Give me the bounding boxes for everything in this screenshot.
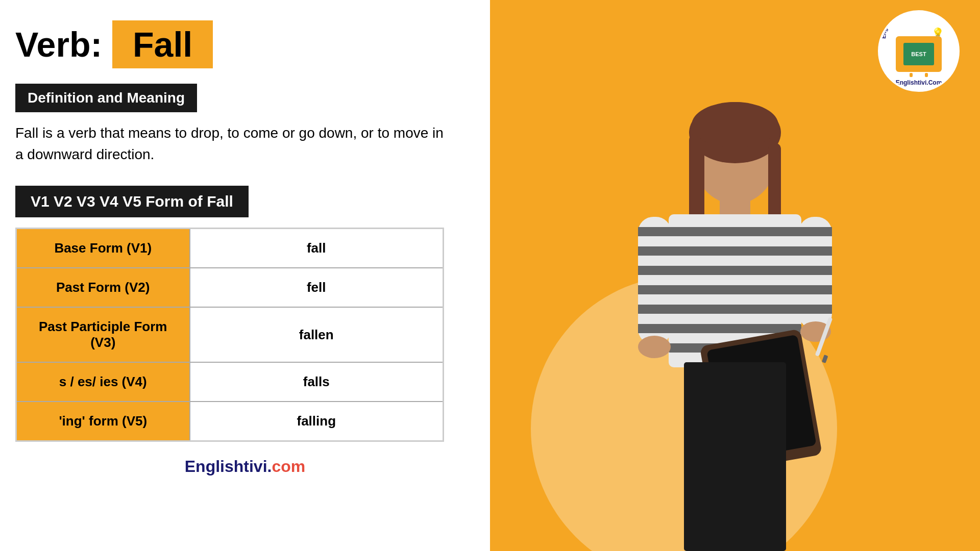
table-value-cell: falling [190,402,444,441]
table-row: Base Form (V1) fall [16,229,444,268]
right-area: Englishtivi.Com 💡 BEST [490,0,980,551]
svg-rect-31 [822,355,828,363]
svg-rect-25 [799,266,832,275]
svg-rect-19 [638,285,671,294]
svg-rect-8 [669,227,801,236]
svg-rect-24 [799,246,832,256]
forms-heading-box: V1 V2 V3 V4 V5 Form of Fall [15,186,249,217]
svg-rect-26 [799,285,832,294]
table-row: 'ing' form (V5) falling [16,402,444,441]
table-value-cell: fallen [190,307,444,362]
logo-tv-text: BEST [911,51,926,57]
svg-rect-23 [799,227,832,236]
verb-title: Verb: Fall [15,20,475,68]
svg-rect-34 [684,362,786,551]
table-value-cell: fall [190,229,444,268]
svg-rect-12 [669,305,801,314]
footer: Englishtivi.com [15,457,475,476]
forms-heading-text: V1 V2 V3 V4 V5 Form of Fall [31,193,233,210]
svg-rect-9 [669,246,801,256]
table-label-cell: Past Participle Form (V3) [16,307,190,362]
table-label-cell: Past Form (V2) [16,268,190,307]
logo-tv-screen: BEST [903,43,934,65]
definition-heading-box: Definition and Meaning [15,84,197,112]
footer-com: com [272,457,305,475]
verb-label: Verb: [15,24,102,64]
definition-text: Fall is a verb that means to drop, to co… [15,122,449,165]
footer-englishtivi: Englishtivi [185,457,267,475]
content-area: Verb: Fall Definition and Meaning Fall i… [0,0,490,551]
verb-word: Fall [112,20,213,68]
svg-rect-17 [638,246,671,256]
svg-point-5 [692,102,778,148]
svg-rect-10 [669,266,801,275]
table-label-cell: 'ing' form (V5) [16,402,190,441]
main-layout: Verb: Fall Definition and Meaning Fall i… [0,0,980,551]
logo-circle: Englishtivi.Com 💡 BEST [878,10,960,92]
table-label-cell: Base Form (V1) [16,229,190,268]
logo-site-name: Englishtivi.Com [896,79,942,86]
table-value-cell: falls [190,362,444,402]
table-value-cell: fell [190,268,444,307]
verb-forms-table: Base Form (V1) fall Past Form (V2) fell … [15,228,444,442]
svg-point-28 [638,336,671,358]
table-row: Past Form (V2) fell [16,268,444,307]
table-row: s / es/ ies (V4) falls [16,362,444,402]
svg-rect-11 [669,285,801,294]
svg-rect-27 [799,305,832,314]
logo-tv-leg-left [910,73,913,77]
svg-rect-18 [638,266,671,275]
logo-tv-legs [903,73,934,77]
svg-rect-20 [638,305,671,314]
svg-rect-16 [638,227,671,236]
definition-heading-text: Definition and Meaning [28,90,185,106]
logo-tv-leg-right [925,73,928,77]
table-label-cell: s / es/ ies (V4) [16,362,190,402]
svg-rect-13 [669,324,801,333]
person-svg [556,92,914,551]
table-row: Past Participle Form (V3) fallen [16,307,444,362]
svg-rect-21 [638,324,671,333]
logo-tv: BEST [896,36,942,72]
